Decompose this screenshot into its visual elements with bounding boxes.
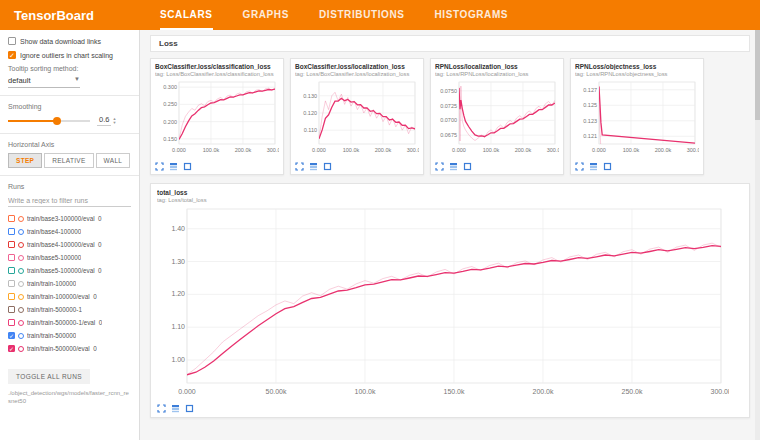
runs-logdir-path: ./object_detection/wgs/models/faster_rcn… xyxy=(8,389,131,406)
smoothing-value[interactable]: 0.6 xyxy=(97,115,111,126)
app-title: TensorBoard xyxy=(0,8,160,23)
run-checkbox[interactable] xyxy=(8,293,15,300)
run-row[interactable]: train/base3-100000/eval_0 xyxy=(8,212,131,225)
run-checkbox[interactable]: ✓ xyxy=(8,332,15,339)
run-row[interactable]: ✓train/train-500000/eval_0 xyxy=(8,342,131,355)
checkbox-icon[interactable] xyxy=(8,37,16,45)
run-label: train/train-500000-1 xyxy=(27,306,82,313)
svg-text:0.0750: 0.0750 xyxy=(440,88,457,94)
run-checkbox[interactable]: ✓ xyxy=(8,345,15,352)
chart-tag: tag: Loss/RPNLoss/objectness_loss xyxy=(575,71,699,77)
chart-title: RPNLoss/objectness_loss xyxy=(575,63,699,70)
svg-text:0.120: 0.120 xyxy=(303,110,317,116)
scalar-chart-card: RPNLoss/objectness_loss tag: Loss/RPNLos… xyxy=(570,58,704,175)
run-row[interactable]: train/train-100000/eval_0 xyxy=(8,290,131,303)
scalars-dashboard: Loss BoxClassifier.loss/classification_l… xyxy=(140,30,760,440)
run-checkbox[interactable] xyxy=(8,306,15,313)
run-row[interactable]: ✓train/train-500000 xyxy=(8,329,131,342)
run-row[interactable]: train/base4-100000 xyxy=(8,225,131,238)
toggle-all-runs-button[interactable]: TOGGLE ALL RUNS xyxy=(8,369,90,384)
svg-text:300.0k: 300.0k xyxy=(267,147,279,153)
run-row[interactable]: train/train-100000 xyxy=(8,277,131,290)
run-checkbox[interactable] xyxy=(8,267,15,274)
run-checkbox[interactable] xyxy=(8,280,15,287)
svg-text:0.000: 0.000 xyxy=(592,147,606,153)
tab-distributions[interactable]: DISTRIBUTIONS xyxy=(319,0,405,30)
run-checkbox[interactable] xyxy=(8,319,15,326)
chart-plot[interactable]: 0.000100.0k200.0k300.0k0.1100.1200.130 xyxy=(295,79,419,155)
fit-domain-icon[interactable] xyxy=(183,162,192,171)
run-label: train/train-100000/eval_0 xyxy=(27,293,97,300)
horizontal-axis-section: Horizontal Axis STEPRELATIVEWALL xyxy=(0,134,139,176)
run-selector-icon[interactable] xyxy=(449,162,458,171)
checkbox-icon[interactable]: ✓ xyxy=(8,51,16,59)
run-row[interactable]: train/base4-100000/eval_0 xyxy=(8,238,131,251)
expand-chart-icon[interactable] xyxy=(155,162,164,171)
tab-graphs[interactable]: GRAPHS xyxy=(243,0,289,30)
tab-histograms[interactable]: HISTOGRAMS xyxy=(435,0,509,30)
expand-chart-icon[interactable] xyxy=(295,162,304,171)
run-color-dot-icon xyxy=(18,333,24,339)
chart-plot[interactable]: 0.000100.0k200.0k300.0k0.1500.2000.2500.… xyxy=(155,79,279,155)
run-checkbox[interactable] xyxy=(8,254,15,261)
fit-domain-icon[interactable] xyxy=(603,162,612,171)
fit-domain-icon[interactable] xyxy=(323,162,332,171)
run-selector-icon[interactable] xyxy=(171,404,180,413)
run-row[interactable]: train/base5-100000 xyxy=(8,251,131,264)
expand-chart-icon[interactable] xyxy=(435,162,444,171)
scalar-chart-card: RPNLoss/localization_loss tag: Loss/RPNL… xyxy=(430,58,564,175)
run-color-dot-icon xyxy=(18,320,24,326)
stepper-arrows-icon[interactable]: ▲▼ xyxy=(112,117,116,125)
expand-chart-icon[interactable] xyxy=(157,404,166,413)
fit-domain-icon[interactable] xyxy=(463,162,472,171)
runs-list[interactable]: train/base3-100000/eval_0train/base4-100… xyxy=(8,212,131,364)
svg-text:1.20: 1.20 xyxy=(171,290,185,297)
svg-text:0.150: 0.150 xyxy=(163,136,177,142)
svg-text:100.0k: 100.0k xyxy=(203,147,220,153)
scalar-chart-card: BoxClassifier.loss/classification_loss t… xyxy=(150,58,284,175)
run-row[interactable]: train/base5-100000/eval_0 xyxy=(8,264,131,277)
run-selector-icon[interactable] xyxy=(589,162,598,171)
run-checkbox[interactable] xyxy=(8,215,15,222)
scrollbar-thumb[interactable] xyxy=(755,30,760,120)
chart-plot[interactable]: 0.000100.0k200.0k300.0k0.1210.1230.1250.… xyxy=(575,79,699,155)
run-checkbox[interactable] xyxy=(8,241,15,248)
svg-text:0.000: 0.000 xyxy=(312,147,326,153)
smoothing-slider[interactable] xyxy=(8,120,90,122)
svg-text:100.0k: 100.0k xyxy=(354,388,376,395)
run-color-dot-icon xyxy=(18,229,24,235)
run-selector-icon[interactable] xyxy=(169,162,178,171)
run-label: train/base4-100000/eval_0 xyxy=(27,241,102,248)
total-loss-plot[interactable]: 0.00050.00k100.0k150.0k200.0k250.0k300.0… xyxy=(157,205,729,397)
svg-text:200.0k: 200.0k xyxy=(532,388,554,395)
run-color-dot-icon xyxy=(18,294,24,300)
run-row[interactable]: train/train-500000-1/eval_0 xyxy=(8,316,131,329)
axis-relative-button[interactable]: RELATIVE xyxy=(44,153,93,168)
svg-text:300.0k: 300.0k xyxy=(547,147,559,153)
axis-wall-button[interactable]: WALL xyxy=(96,153,131,168)
chart-plot[interactable]: 0.000100.0k200.0k300.0k0.06750.07000.072… xyxy=(435,79,559,155)
tag-group-header[interactable]: Loss xyxy=(150,35,750,52)
settings-checkbox-row[interactable]: ✓Ignore outliers in chart scaling xyxy=(8,51,131,60)
run-row[interactable]: train/train-500000-1 xyxy=(8,303,131,316)
total-loss-chart-card: total_loss tag: Loss/total_loss 0.00050.… xyxy=(150,183,750,418)
tooltip-sorting-select[interactable]: default ▼ xyxy=(8,74,80,88)
svg-text:0.0725: 0.0725 xyxy=(440,103,457,109)
tab-scalars[interactable]: SCALARS xyxy=(160,0,213,30)
run-selector-icon[interactable] xyxy=(309,162,318,171)
run-label: train/train-100000 xyxy=(27,280,76,287)
slider-thumb-icon[interactable] xyxy=(53,117,61,125)
run-label: train/base5-100000 xyxy=(27,254,81,261)
chart-title: BoxClassifier.loss/localization_loss xyxy=(295,63,419,70)
settings-checkbox-row[interactable]: Show data download links xyxy=(8,37,131,46)
svg-text:0.123: 0.123 xyxy=(583,118,597,124)
svg-text:1.10: 1.10 xyxy=(171,323,185,330)
fit-domain-icon[interactable] xyxy=(185,404,194,413)
svg-text:0.0700: 0.0700 xyxy=(440,117,457,123)
run-checkbox[interactable] xyxy=(8,228,15,235)
axis-step-button[interactable]: STEP xyxy=(8,153,42,168)
page-scrollbar[interactable] xyxy=(755,30,760,440)
runs-filter-input[interactable] xyxy=(8,195,131,207)
runs-section: Runs train/base3-100000/eval_0train/base… xyxy=(0,176,139,440)
expand-chart-icon[interactable] xyxy=(575,162,584,171)
